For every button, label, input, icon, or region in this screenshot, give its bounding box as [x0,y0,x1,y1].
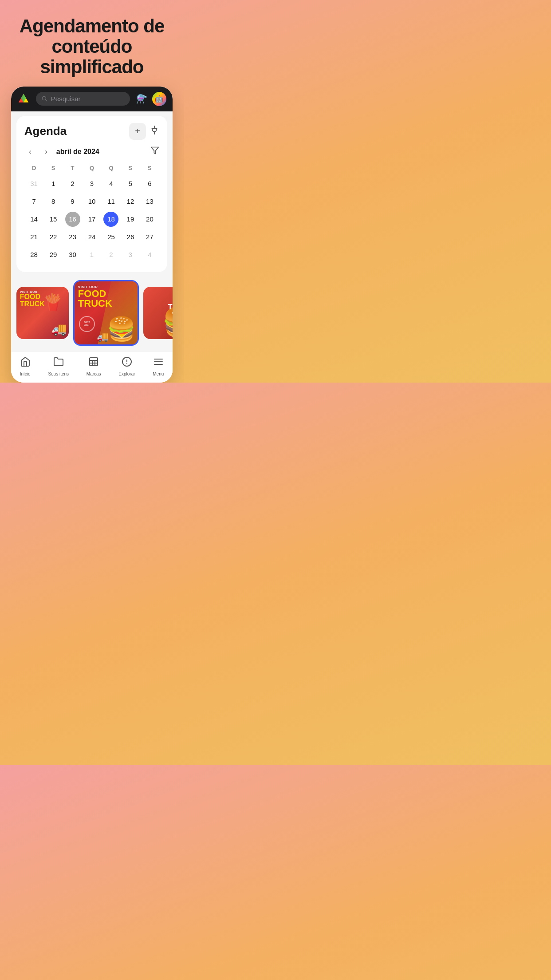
nav-explore[interactable]: Explorar [118,356,135,376]
calendar-card: Agenda + ‹ › abril de 2024 [16,116,167,272]
cal-day-14[interactable]: 14 [24,211,43,228]
food-card-2[interactable]: VISIT OUR FOODTRUCK BESTMEAL 🍔 🚚 [73,280,139,346]
filter-button[interactable] [150,146,159,157]
calendar-header: Agenda + [24,123,159,140]
cal-day-5[interactable]: 5 [121,175,140,192]
cal-day-24[interactable]: 24 [82,229,101,245]
cal-day-27[interactable]: 27 [140,229,159,245]
search-placeholder: Pesquisar [51,95,81,103]
nav-home-label: Início [20,371,31,376]
app-logo [17,92,31,106]
svg-rect-7 [90,358,98,366]
calendar-week-3: 14 15 16 17 18 19 20 [24,211,159,228]
cal-day-11[interactable]: 11 [102,193,121,210]
user-avatar[interactable]: 🤖 [152,92,166,106]
cal-day-13[interactable]: 13 [140,193,159,210]
topbar-actions: ⚗️ 🤖 [134,92,166,106]
nav-items[interactable]: Seus itens [48,356,69,376]
day-header-t: T [63,162,82,174]
cal-day-8[interactable]: 8 [43,193,63,210]
cal-day-18-selected[interactable]: 18 [102,211,121,228]
svg-marker-6 [151,147,159,154]
cal-day-20[interactable]: 20 [140,211,159,228]
calendar-day-headers: D S T Q Q S S [24,162,159,174]
brand-icon [88,356,99,370]
hero-title-line1: Agendamento de [20,16,165,36]
bottom-nav: Início Seus itens [11,352,173,383]
calendar-nav: ‹ › abril de 2024 [24,146,159,158]
food-card-3[interactable]: 🍔 THEFOODTRUCK 🚚 [143,287,173,339]
agenda-title: Agenda [24,124,67,138]
app-card: Pesquisar ⚗️ 🤖 Agenda + [11,87,173,383]
calendar-week-2: 7 8 9 10 11 12 13 [24,193,159,210]
day-header-s3: S [140,162,159,174]
cal-day-7[interactable]: 7 [24,193,43,210]
cal-day-2[interactable]: 2 [63,175,82,192]
day-header-s2: S [121,162,140,174]
cal-day-10[interactable]: 10 [82,193,101,210]
search-icon [41,95,48,102]
food-card-1[interactable]: 🍟 VISIT OUR FOODTRUCK 🚚 [16,287,69,339]
hero-title: Agendamento de conteúdo simplificado [0,0,184,87]
cal-day-may4[interactable]: 4 [140,246,159,263]
cal-day-16-today[interactable]: 16 [63,211,82,228]
cal-day-29[interactable]: 29 [43,246,63,263]
add-button[interactable]: + [129,123,146,140]
nav-menu[interactable]: Menu [153,356,164,376]
prev-month-button[interactable]: ‹ [24,146,36,158]
next-month-button[interactable]: › [40,146,52,158]
flask-icon[interactable]: ⚗️ [134,92,149,106]
month-label: abril de 2024 [56,148,99,156]
calendar-grid: D S T Q Q S S 31 1 2 3 4 5 6 7 8 [24,162,159,263]
cal-day-may2[interactable]: 2 [102,246,121,263]
hero-title-line2: conteúdo simplificado [40,36,143,77]
cal-day-9[interactable]: 9 [63,193,82,210]
cal-day-15[interactable]: 15 [43,211,63,228]
calendar-week-5: 28 29 30 1 2 3 4 [24,246,159,263]
calendar-week-1: 31 1 2 3 4 5 6 [24,175,159,192]
cal-day-6[interactable]: 6 [140,175,159,192]
nav-home[interactable]: Início [20,356,31,376]
cal-day-4[interactable]: 4 [102,175,121,192]
home-icon [20,356,31,370]
cal-day-25[interactable]: 25 [102,229,121,245]
cal-day-31[interactable]: 31 [24,175,43,192]
cal-day-may1[interactable]: 1 [82,246,101,263]
cal-day-1[interactable]: 1 [43,175,63,192]
cal-day-26[interactable]: 26 [121,229,140,245]
day-header-q1: Q [82,162,101,174]
nav-menu-label: Menu [153,371,164,376]
svg-line-5 [45,99,47,101]
top-bar: Pesquisar ⚗️ 🤖 [11,87,173,111]
stamp-circle: BESTMEAL [79,316,95,332]
cal-day-28[interactable]: 28 [24,246,43,263]
nav-items-label: Seus itens [48,371,69,376]
day-header-s1: S [43,162,63,174]
nav-brands-label: Marcas [87,371,101,376]
cal-day-30[interactable]: 30 [63,246,82,263]
plugin-icon[interactable] [150,125,159,137]
calendar-header-actions: + [129,123,159,140]
folder-icon [53,356,64,370]
cal-day-12[interactable]: 12 [121,193,140,210]
food-card-3-text: THEFOODTRUCK [168,289,173,311]
cal-day-21[interactable]: 21 [24,229,43,245]
cal-day-3[interactable]: 3 [82,175,101,192]
cal-day-23[interactable]: 23 [63,229,82,245]
image-carousel: 🍟 VISIT OUR FOODTRUCK 🚚 [11,276,173,352]
cal-day-22[interactable]: 22 [43,229,63,245]
cal-day-may3[interactable]: 3 [121,246,140,263]
cal-day-19[interactable]: 19 [121,211,140,228]
food-card-2-text: VISIT OUR FOODTRUCK [78,285,112,308]
day-header-q2: Q [102,162,121,174]
nav-explore-label: Explorar [118,371,135,376]
day-header-d: D [24,162,43,174]
food-card-1-text: VISIT OUR FOODTRUCK [20,290,65,308]
explore-icon [122,356,132,370]
menu-icon [153,356,164,370]
cal-day-17[interactable]: 17 [82,211,101,228]
bottom-panel: 🍟 VISIT OUR FOODTRUCK 🚚 [11,272,173,383]
calendar-week-4: 21 22 23 24 25 26 27 [24,229,159,245]
nav-brands[interactable]: Marcas [87,356,101,376]
search-bar[interactable]: Pesquisar [36,92,130,106]
